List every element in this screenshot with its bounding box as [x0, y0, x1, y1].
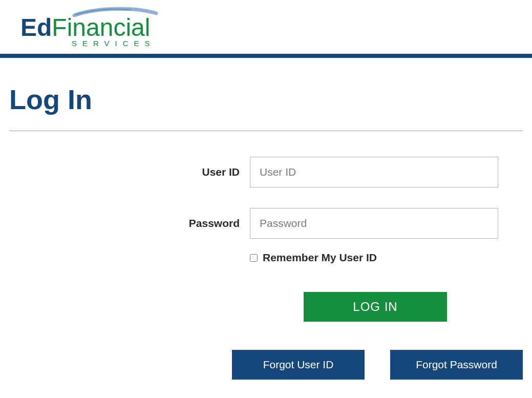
- header: Ed Financial SERVICES: [0, 0, 532, 54]
- logo: Ed Financial SERVICES: [20, 6, 532, 48]
- header-divider-bar: [0, 54, 532, 58]
- logo-text-ed: Ed: [20, 15, 52, 40]
- login-form: User ID Password Remember My User ID LOG…: [9, 157, 523, 380]
- forgot-userid-button[interactable]: Forgot User ID: [232, 350, 365, 380]
- password-input[interactable]: [250, 208, 498, 239]
- logo-tagline: SERVICES: [72, 39, 156, 48]
- password-label: Password: [9, 217, 250, 229]
- forgot-password-button[interactable]: Forgot Password: [390, 350, 523, 380]
- main-content: Log In User ID Password Remember My User…: [0, 58, 532, 380]
- remember-label: Remember My User ID: [263, 252, 377, 264]
- userid-label: User ID: [9, 166, 250, 178]
- logo-text-financial: Financial: [52, 15, 150, 40]
- login-button[interactable]: LOG IN: [304, 292, 447, 322]
- remember-checkbox[interactable]: [250, 254, 258, 262]
- userid-input[interactable]: [250, 157, 498, 187]
- page-title: Log In: [9, 83, 523, 131]
